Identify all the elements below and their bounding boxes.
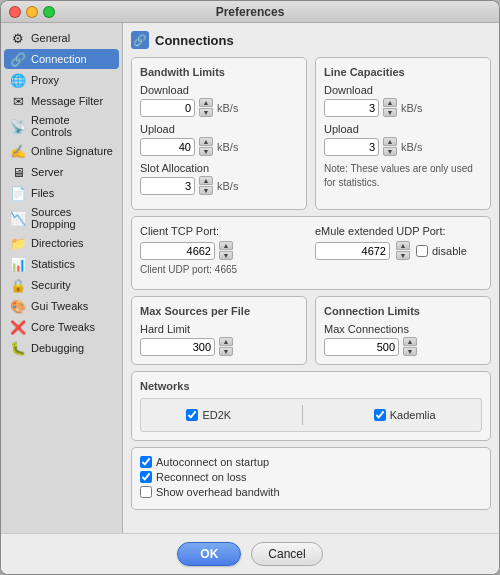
overhead-checkbox[interactable]: [140, 486, 152, 498]
max-conn-down-btn[interactable]: ▼: [403, 347, 417, 356]
lc-upload-input-row: ▲ ▼ kB/s: [324, 137, 482, 156]
autoconnect-label[interactable]: Autoconnect on startup: [140, 456, 482, 468]
sidebar-item-debugging[interactable]: 🐛 Debugging: [4, 338, 119, 358]
slot-up-btn[interactable]: ▲: [199, 176, 213, 185]
disable-checkbox[interactable]: [416, 245, 428, 257]
udp-stepper[interactable]: ▲ ▼: [396, 241, 410, 260]
main-area: 🔗 Connections Bandwith Limits Download ▲…: [123, 23, 499, 533]
lc-upload-stepper[interactable]: ▲ ▼: [383, 137, 397, 156]
lc-upload-up-btn[interactable]: ▲: [383, 137, 397, 146]
sidebar-label-proxy: Proxy: [31, 74, 59, 86]
autoconnect-checkbox[interactable]: [140, 456, 152, 468]
conn-limits-title: Connection Limits: [324, 305, 482, 317]
max-conn-stepper[interactable]: ▲ ▼: [403, 337, 417, 356]
tcp-up-btn[interactable]: ▲: [219, 241, 233, 250]
lc-download-input[interactable]: [324, 99, 379, 117]
sidebar-item-server[interactable]: 🖥 Server: [4, 162, 119, 182]
sidebar-item-proxy[interactable]: 🌐 Proxy: [4, 70, 119, 90]
section-header: 🔗 Connections: [131, 31, 491, 49]
download-up-btn[interactable]: ▲: [199, 98, 213, 107]
tcp-port-input[interactable]: [140, 242, 215, 260]
upload-input-row: ▲ ▼ kB/s: [140, 137, 298, 156]
disable-label[interactable]: disable: [416, 245, 467, 257]
slot-stepper[interactable]: ▲ ▼: [199, 176, 213, 195]
lc-upload-field: Upload ▲ ▼ kB/s: [324, 123, 482, 156]
sidebar-item-sources-dropping[interactable]: 📉 Sources Dropping: [4, 204, 119, 232]
lc-download-stepper[interactable]: ▲ ▼: [383, 98, 397, 117]
sidebar-item-files[interactable]: 📄 Files: [4, 183, 119, 203]
sidebar-label-online-signature: Online Signature: [31, 145, 113, 157]
upload-input[interactable]: [140, 138, 195, 156]
lc-download-up-btn[interactable]: ▲: [383, 98, 397, 107]
gui-tweaks-icon: 🎨: [10, 298, 26, 314]
reconnect-checkbox[interactable]: [140, 471, 152, 483]
download-stepper[interactable]: ▲ ▼: [199, 98, 213, 117]
tcp-label: Client TCP Port:: [140, 225, 307, 237]
sidebar-item-statistics[interactable]: 📊 Statistics: [4, 254, 119, 274]
sidebar-item-general[interactable]: ⚙ General: [4, 28, 119, 48]
sidebar-item-online-signature[interactable]: ✍ Online Signature: [4, 141, 119, 161]
tcp-stepper[interactable]: ▲ ▼: [219, 241, 233, 260]
kademlia-label[interactable]: Kademlia: [374, 409, 436, 421]
sidebar-item-connection[interactable]: 🔗 Connection: [4, 49, 119, 69]
sidebar-item-directories[interactable]: 📁 Directories: [4, 233, 119, 253]
lc-upload-down-btn[interactable]: ▼: [383, 147, 397, 156]
slot-down-btn[interactable]: ▼: [199, 186, 213, 195]
minimize-button[interactable]: [26, 6, 38, 18]
upload-down-btn[interactable]: ▼: [199, 147, 213, 156]
hard-limit-input[interactable]: [140, 338, 215, 356]
sidebar-label-gui-tweaks: Gui Tweaks: [31, 300, 88, 312]
slot-input-row: ▲ ▼ kB/s: [140, 176, 298, 195]
upload-up-btn[interactable]: ▲: [199, 137, 213, 146]
hard-limit-down-btn[interactable]: ▼: [219, 347, 233, 356]
disable-text: disable: [432, 245, 467, 257]
max-conn-up-btn[interactable]: ▲: [403, 337, 417, 346]
close-button[interactable]: [9, 6, 21, 18]
upload-stepper[interactable]: ▲ ▼: [199, 137, 213, 156]
kademlia-checkbox[interactable]: [374, 409, 386, 421]
slot-label: Slot Allocation: [140, 162, 298, 174]
message-filter-icon: ✉: [10, 93, 26, 109]
upload-unit: kB/s: [217, 141, 238, 153]
sources-dropping-icon: 📉: [10, 210, 26, 226]
security-icon: 🔒: [10, 277, 26, 293]
reconnect-label[interactable]: Reconnect on loss: [140, 471, 482, 483]
ok-button[interactable]: OK: [177, 542, 241, 566]
download-field: Download ▲ ▼ kB/s: [140, 84, 298, 117]
lc-download-label: Download: [324, 84, 482, 96]
hard-limit-stepper[interactable]: ▲ ▼: [219, 337, 233, 356]
lc-download-down-btn[interactable]: ▼: [383, 108, 397, 117]
window-controls: [9, 6, 55, 18]
udp-input-row: ▲ ▼ disable: [315, 241, 482, 260]
max-conn-input[interactable]: [324, 338, 399, 356]
download-label: Download: [140, 84, 298, 96]
lc-upload-input[interactable]: [324, 138, 379, 156]
tcp-down-btn[interactable]: ▼: [219, 251, 233, 260]
ed2k-checkbox[interactable]: [186, 409, 198, 421]
remote-controls-icon: 📡: [10, 118, 26, 134]
udp-up-btn[interactable]: ▲: [396, 241, 410, 250]
directories-icon: 📁: [10, 235, 26, 251]
download-down-btn[interactable]: ▼: [199, 108, 213, 117]
sidebar-item-security[interactable]: 🔒 Security: [4, 275, 119, 295]
sidebar-item-core-tweaks[interactable]: ❌ Core Tweaks: [4, 317, 119, 337]
download-input[interactable]: [140, 99, 195, 117]
maximize-button[interactable]: [43, 6, 55, 18]
download-unit: kB/s: [217, 102, 238, 114]
sidebar-item-remote-controls[interactable]: 📡 Remote Controls: [4, 112, 119, 140]
udp-port-input[interactable]: [315, 242, 390, 260]
autoconnect-row: Autoconnect on startup: [140, 456, 482, 468]
udp-label: eMule extended UDP Port:: [315, 225, 482, 237]
ed2k-label[interactable]: ED2K: [186, 409, 231, 421]
upload-label: Upload: [140, 123, 298, 135]
ed2k-text: ED2K: [202, 409, 231, 421]
hard-limit-up-btn[interactable]: ▲: [219, 337, 233, 346]
sidebar-item-gui-tweaks[interactable]: 🎨 Gui Tweaks: [4, 296, 119, 316]
sidebar-item-message-filter[interactable]: ✉ Message Filter: [4, 91, 119, 111]
slot-input[interactable]: [140, 177, 195, 195]
cancel-button[interactable]: Cancel: [251, 542, 322, 566]
tcp-sub-note: Client UDP port: 4665: [140, 264, 307, 275]
overhead-label[interactable]: Show overhead bandwith: [140, 486, 482, 498]
udp-down-btn[interactable]: ▼: [396, 251, 410, 260]
window-title: Preferences: [216, 5, 285, 19]
